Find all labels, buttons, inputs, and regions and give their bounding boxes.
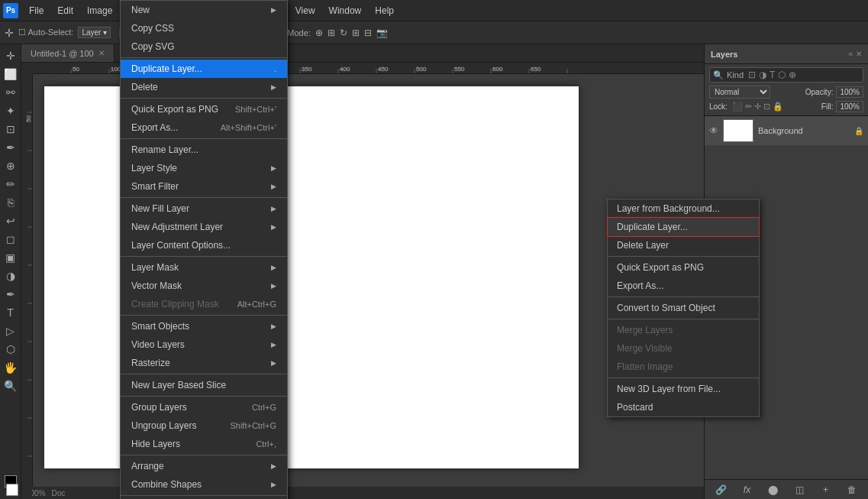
tool-clone[interactable]: ⎘	[2, 194, 19, 211]
menu-item-vector-mask[interactable]: Vector Mask	[121, 277, 287, 295]
tool-lasso[interactable]: ⚯	[2, 84, 19, 101]
fill-label: Fill:	[821, 102, 834, 111]
filter-icon-pixel[interactable]: ⊡	[748, 70, 756, 80]
menu-item-combine-shapes[interactable]: Combine Shapes	[121, 475, 287, 494]
menubar-file[interactable]: File	[23, 2, 50, 19]
menu-item-group-layers[interactable]: Group Layers Ctrl+G	[121, 398, 287, 416]
opacity-row: Opacity: 100%	[805, 86, 863, 98]
menu-item-new[interactable]: New	[121, 1, 287, 19]
tab-close-btn[interactable]: ✕	[98, 49, 105, 57]
tool-eyedropper[interactable]: ✒	[2, 139, 19, 156]
lock-icons: ⬛ ✏ ✛ ⊡ 🔒	[732, 102, 783, 112]
tool-hand[interactable]: 🖐	[2, 359, 19, 376]
tab-untitled[interactable]: Untitled-1 @ 100 ✕	[21, 44, 115, 62]
divider-10	[121, 495, 287, 496]
add-mask-btn[interactable]: ⬤	[766, 482, 781, 497]
tool-marquee[interactable]: ⬜	[2, 66, 19, 83]
ctx-quick-export[interactable]: Quick Export as PNG	[608, 258, 759, 277]
ctx-postcard[interactable]: Postcard	[608, 398, 759, 416]
menu-item-duplicate-layer[interactable]: Duplicate Layer... .	[121, 60, 287, 78]
layer-visibility-icon[interactable]: 👁	[709, 125, 718, 136]
auto-select-dropdown[interactable]: Layer ▾	[78, 27, 111, 38]
tool-eraser[interactable]: ◻	[2, 231, 19, 248]
fx-btn[interactable]: fx	[739, 482, 754, 497]
menubar-view[interactable]: View	[289, 2, 321, 19]
menu-item-rename[interactable]: Rename Layer...	[121, 141, 287, 159]
link-layers-btn[interactable]: 🔗	[713, 482, 728, 497]
menubar-edit[interactable]: Edit	[51, 2, 79, 19]
menu-item-export-as[interactable]: Export As... Alt+Shift+Ctrl+'	[121, 118, 287, 137]
ctx-convert-smart-obj[interactable]: Convert to Smart Object	[608, 299, 759, 317]
3d-slide[interactable]: ⊞	[352, 28, 360, 38]
blend-mode-select[interactable]: Normal Multiply Screen	[709, 86, 770, 99]
layer-item-background[interactable]: 👁 Background 🔒	[705, 116, 868, 145]
tool-path[interactable]: ▷	[2, 322, 19, 339]
lock-all-icon[interactable]: 🔒	[773, 102, 783, 112]
new-group-btn[interactable]: ◫	[792, 482, 807, 497]
tab-label: Untitled-1 @ 100	[31, 49, 94, 58]
fill-value[interactable]: 100%	[836, 101, 863, 112]
tool-history[interactable]: ↩	[2, 212, 19, 229]
menubar-help[interactable]: Help	[369, 2, 400, 19]
menu-item-arrange[interactable]: Arrange	[121, 457, 287, 475]
lock-transparent-icon[interactable]: ⬛	[732, 102, 743, 112]
lock-image-icon[interactable]: ✏	[745, 102, 752, 112]
filter-icon-shape[interactable]: ⬡	[778, 70, 786, 80]
tool-pen[interactable]: ✒	[2, 286, 19, 303]
tool-heal[interactable]: ⊕	[2, 157, 19, 174]
filter-icon-adjust[interactable]: ◑	[759, 70, 766, 80]
menu-item-clipping-mask: Create Clipping Mask Alt+Ctrl+G	[121, 295, 287, 313]
menubar-image[interactable]: Image	[81, 2, 118, 19]
lock-position-icon[interactable]: ✛	[754, 102, 761, 112]
menu-item-layer-style[interactable]: Layer Style	[121, 159, 287, 177]
delete-layer-btn[interactable]: 🗑	[844, 482, 860, 497]
tool-zoom[interactable]: 🔍	[2, 377, 19, 394]
panel-close-btn[interactable]: ✕	[856, 50, 862, 58]
ctx-delete-layer[interactable]: Delete Layer	[608, 236, 759, 254]
tool-dodge[interactable]: ◑	[2, 267, 19, 284]
3d-orbit[interactable]: ⊕	[315, 28, 323, 38]
tool-move[interactable]: ✛	[2, 47, 19, 64]
new-layer-btn[interactable]: +	[818, 482, 833, 497]
menu-item-video-layers[interactable]: Video Layers	[121, 335, 287, 354]
menu-item-ungroup-layers[interactable]: Ungroup Layers Shift+Ctrl+G	[121, 416, 287, 435]
menu-item-quick-export[interactable]: Quick Export as PNG Shift+Ctrl+'	[121, 100, 287, 118]
ctx-export-as[interactable]: Export As...	[608, 277, 759, 295]
panel-controls: « ✕	[848, 50, 862, 58]
tool-type[interactable]: T	[2, 304, 19, 321]
menu-item-layer-mask[interactable]: Layer Mask	[121, 258, 287, 277]
tool-magic[interactable]: ✦	[2, 102, 19, 119]
3d-pan[interactable]: ⊞	[328, 28, 335, 38]
tool-brush[interactable]: ✏	[2, 176, 19, 193]
menu-item-hide-layers[interactable]: Hide Layers Ctrl+,	[121, 435, 287, 453]
menu-item-smart-objects[interactable]: Smart Objects	[121, 317, 287, 335]
lock-artboard-icon[interactable]: ⊡	[763, 102, 770, 112]
menu-item-delete[interactable]: Delete	[121, 78, 287, 96]
opacity-value[interactable]: 100%	[836, 86, 863, 98]
3d-roll[interactable]: ↻	[340, 28, 347, 38]
auto-select-label: ☐ Auto-Select:	[18, 28, 73, 37]
tool-crop[interactable]: ⊡	[2, 121, 19, 138]
bg-color[interactable]	[6, 484, 18, 496]
filter-icon-type[interactable]: T	[770, 70, 775, 80]
ctx-duplicate-layer[interactable]: Duplicate Layer...	[608, 218, 759, 236]
menu-item-new-fill-layer[interactable]: New Fill Layer	[121, 199, 287, 218]
3d-camera[interactable]: 📷	[376, 28, 388, 38]
tool-shape[interactable]: ⬡	[2, 341, 19, 358]
menu-item-new-adjustment-layer[interactable]: New Adjustment Layer	[121, 218, 287, 236]
menu-item-smart-filter[interactable]: Smart Filter	[121, 177, 287, 196]
menu-item-rasterize[interactable]: Rasterize	[121, 354, 287, 372]
3d-scale[interactable]: ⊟	[364, 28, 372, 38]
filter-icon-smart[interactable]: ⊕	[789, 70, 796, 80]
menubar-window[interactable]: Window	[323, 2, 368, 19]
tool-gradient[interactable]: ▣	[2, 249, 19, 266]
menu-item-new-layer-slice[interactable]: New Layer Based Slice	[121, 376, 287, 394]
divider-4	[121, 197, 287, 198]
panel-collapse-btn[interactable]: «	[848, 50, 853, 58]
menu-item-layer-content-options[interactable]: Layer Content Options...	[121, 236, 287, 254]
menu-item-copy-svg[interactable]: Copy SVG	[121, 37, 287, 56]
ctx-new-3d-layer[interactable]: New 3D Layer from File...	[608, 380, 759, 398]
svg-text:550: 550	[454, 66, 465, 73]
ctx-layer-from-bg[interactable]: Layer from Background...	[608, 199, 759, 218]
menu-item-copy-css[interactable]: Copy CSS	[121, 19, 287, 37]
